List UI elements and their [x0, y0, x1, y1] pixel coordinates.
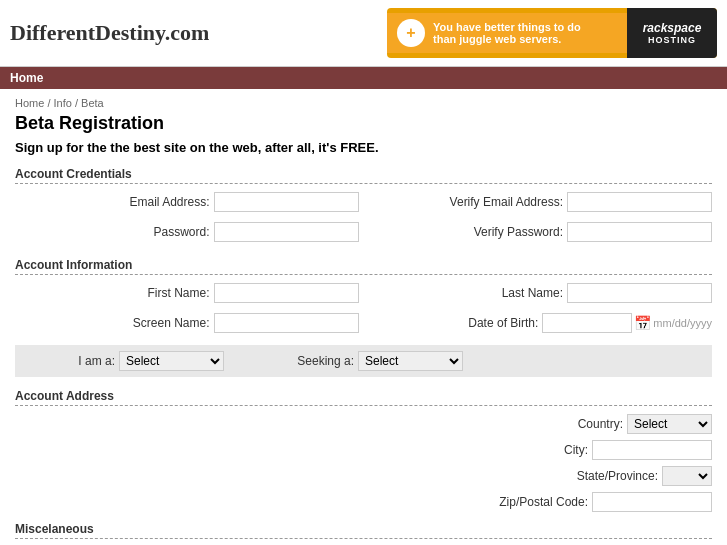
- section-credentials: Account Credentials: [15, 167, 712, 184]
- last-name-label: Last Name:: [473, 286, 563, 300]
- breadcrumb-info[interactable]: Info: [54, 97, 72, 109]
- ad-content: + You have better things to do than jugg…: [387, 13, 627, 53]
- site-logo: DifferentDestiny.com: [10, 20, 209, 46]
- main-content: Home / Info / Beta Beta Registration Sig…: [0, 89, 727, 545]
- nav-home[interactable]: Home: [10, 71, 43, 85]
- verify-email-row: Verify Email Address:: [369, 192, 713, 212]
- rackspace-hosting-label: HOSTING: [648, 35, 696, 45]
- country-select[interactable]: Select United States Canada: [627, 414, 712, 434]
- ad-text: You have better things to do than juggle…: [433, 21, 581, 45]
- rackspace-logo: rackspace: [643, 21, 702, 35]
- zip-row: Zip/Postal Code:: [15, 492, 712, 512]
- last-name-input[interactable]: [567, 283, 712, 303]
- city-label: City:: [478, 443, 588, 457]
- breadcrumb: Home / Info / Beta: [15, 97, 712, 109]
- password-input[interactable]: [214, 222, 359, 242]
- verify-password-label: Verify Password:: [473, 225, 563, 239]
- ad-rackspace: rackspace HOSTING: [627, 8, 717, 58]
- ad-icon: +: [397, 19, 425, 47]
- section-address: Account Address: [15, 389, 712, 406]
- nav-bar: Home: [0, 67, 727, 89]
- i-am-row: I am a: Select Male Female: [25, 351, 224, 371]
- information-grid: First Name: Last Name: Screen Name: Date…: [15, 283, 712, 339]
- last-name-row: Last Name:: [369, 283, 713, 303]
- verify-password-input[interactable]: [567, 222, 712, 242]
- i-am-label: I am a:: [25, 354, 115, 368]
- address-section: Country: Select United States Canada Cit…: [15, 414, 712, 512]
- header: DifferentDestiny.com + You have better t…: [0, 0, 727, 67]
- email-row: Email Address:: [15, 192, 359, 212]
- gender-seeking-row: I am a: Select Male Female Seeking a: Se…: [15, 345, 712, 377]
- dob-row: Date of Birth: 📅 mm/dd/yyyy: [369, 313, 713, 333]
- section-misc: Miscelaneous: [15, 522, 712, 539]
- breadcrumb-current: Beta: [81, 97, 104, 109]
- first-name-label: First Name:: [120, 286, 210, 300]
- email-label: Email Address:: [120, 195, 210, 209]
- screen-name-input[interactable]: [214, 313, 359, 333]
- state-label: State/Province:: [548, 469, 658, 483]
- i-am-select[interactable]: Select Male Female: [119, 351, 224, 371]
- city-input[interactable]: [592, 440, 712, 460]
- verify-email-label: Verify Email Address:: [450, 195, 563, 209]
- verify-email-input[interactable]: [567, 192, 712, 212]
- country-label: Country:: [513, 417, 623, 431]
- seeking-row: Seeking a: Select Male Female: [264, 351, 463, 371]
- email-input[interactable]: [214, 192, 359, 212]
- section-information: Account Information: [15, 258, 712, 275]
- dob-label: Date of Birth:: [448, 316, 538, 330]
- state-row: State/Province:: [15, 466, 712, 486]
- dob-format: mm/dd/yyyy: [653, 317, 712, 329]
- ad-banner[interactable]: + You have better things to do than jugg…: [387, 8, 717, 58]
- screen-name-row: Screen Name:: [15, 313, 359, 333]
- screen-name-label: Screen Name:: [120, 316, 210, 330]
- dob-input[interactable]: [542, 313, 632, 333]
- seeking-select[interactable]: Select Male Female: [358, 351, 463, 371]
- breadcrumb-home[interactable]: Home: [15, 97, 44, 109]
- seeking-label: Seeking a:: [264, 354, 354, 368]
- page-subtitle: Sign up for the the best site on the web…: [15, 140, 712, 155]
- credentials-grid: Email Address: Verify Email Address: Pas…: [15, 192, 712, 248]
- verify-password-row: Verify Password:: [369, 222, 713, 242]
- password-row: Password:: [15, 222, 359, 242]
- dob-fields: 📅 mm/dd/yyyy: [542, 313, 712, 333]
- page-title: Beta Registration: [15, 113, 712, 134]
- zip-input[interactable]: [592, 492, 712, 512]
- first-name-input[interactable]: [214, 283, 359, 303]
- country-row: Country: Select United States Canada: [15, 414, 712, 434]
- first-name-row: First Name:: [15, 283, 359, 303]
- zip-label: Zip/Postal Code:: [478, 495, 588, 509]
- password-label: Password:: [120, 225, 210, 239]
- city-row: City:: [15, 440, 712, 460]
- calendar-icon[interactable]: 📅: [634, 315, 651, 331]
- state-select[interactable]: [662, 466, 712, 486]
